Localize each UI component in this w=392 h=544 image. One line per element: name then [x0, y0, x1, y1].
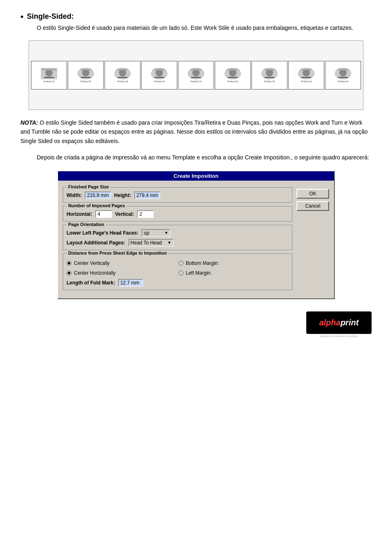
card-text: Hunting Cat [301, 80, 312, 83]
card-icon [225, 68, 241, 79]
logo-print-text: print [341, 318, 359, 327]
dialog-right-panel: OK Cancel [296, 187, 329, 293]
svg-rect-30 [301, 77, 311, 78]
label-card: Hunting Cat [178, 61, 214, 90]
bottom-margin-label: Bottom Margin: [186, 260, 219, 266]
radios-grid: Center Vertically Bottom Margin: Center … [67, 258, 289, 276]
card-text: Hunting Cat [154, 80, 165, 83]
center-vertically-label: Center Vertically [74, 260, 109, 266]
svg-rect-27 [262, 69, 277, 70]
center-horizontally-radio[interactable] [67, 271, 71, 275]
svg-rect-31 [299, 69, 314, 70]
left-margin-label: Left Margin: [186, 270, 212, 276]
intro-text: O estilo Single-Sided é usado para mater… [37, 24, 372, 32]
fold-mark-input[interactable]: 12.7 mm [118, 279, 143, 287]
logo-subtitle: sempre as melhores soluções [320, 335, 358, 338]
dialog-left-panel: Finished Page Size Width: 215.9 mm Heigh… [63, 187, 292, 293]
card-text: Hunting Cat [80, 80, 91, 83]
layout-additional-label: Layout Additional Pages: [67, 240, 125, 246]
vertical-label: Vertical: [115, 211, 134, 217]
svg-rect-18 [191, 77, 201, 78]
create-imposition-dialog: Create Imposition Finished Page Size Wid… [57, 170, 335, 299]
layout-additional-value: Head To Head [131, 240, 162, 246]
center-vertically-radio[interactable] [67, 261, 71, 266]
card-icon [261, 68, 278, 79]
card-text: Hunting Cat [264, 80, 275, 83]
card-icon [188, 68, 204, 79]
width-input[interactable]: 215.9 mm [85, 192, 111, 199]
width-label: Width: [67, 193, 82, 198]
left-margin-radio[interactable] [178, 271, 183, 275]
svg-rect-23 [225, 69, 240, 70]
page-size-row: Width: 215.9 mm Height: 279.4 mm [67, 192, 289, 199]
card-icon [335, 68, 351, 79]
card-text: Hunting Cat [191, 80, 201, 83]
label-card: Hunting Cat [105, 61, 140, 90]
svg-rect-3 [42, 69, 56, 70]
label-card: Hunting Cat [215, 61, 251, 90]
horizontal-input[interactable]: 4 [96, 210, 112, 218]
lower-left-dropdown[interactable]: up ▼ [142, 229, 170, 237]
num-imposed-row: Horizontal: 4 Vertical: 2 [67, 210, 289, 218]
dropdown-arrow2-icon: ▼ [167, 240, 172, 245]
logo-alpha-text: alpha [319, 318, 341, 327]
svg-rect-35 [336, 69, 350, 70]
center-vertically-row: Center Vertically [67, 260, 177, 266]
distance-group: Distance from Press Sheet Edge to Imposi… [63, 253, 292, 290]
card-icon [41, 68, 57, 79]
height-label: Height: [114, 193, 131, 198]
lower-left-value: up [144, 230, 149, 236]
dropdown-arrow-icon: ▼ [164, 231, 168, 235]
label-card: Hunting Cat [288, 61, 324, 90]
left-margin-row: Left Margin: [178, 270, 289, 276]
height-input[interactable]: 279.4 mm [134, 192, 160, 199]
card-icon [78, 68, 94, 79]
page-orientation-group: Page Orientation Lower Left Page's Head … [63, 225, 292, 250]
page-orientation-title: Page Orientation [67, 222, 106, 227]
finished-page-size-group: Finished Page Size Width: 215.9 mm Heigh… [63, 187, 292, 203]
layout-additional-dropdown[interactable]: Head To Head ▼ [129, 239, 174, 246]
vertical-input[interactable]: 2 [137, 210, 154, 218]
svg-rect-6 [81, 77, 91, 78]
dialog-title: Create Imposition [58, 171, 334, 181]
lower-left-row: Lower Left Page's Head Faces: up ▼ [67, 229, 289, 237]
svg-rect-2 [44, 77, 54, 78]
svg-rect-7 [78, 69, 93, 70]
label-card: Hunting Cat [31, 61, 67, 90]
center-horizontally-row: Center Horizontally [67, 270, 177, 276]
fold-mark-label: Length of Fold Mark: [67, 280, 115, 286]
nota-text: O estilo Single Sided também é usado par… [20, 119, 368, 144]
alphaprint-logo: alpha print [306, 311, 372, 334]
card-text: Hunting Cat [338, 80, 348, 83]
fold-mark-row: Length of Fold Mark: 12.7 mm [67, 279, 289, 287]
label-card: Hunting Cat [325, 61, 361, 90]
finished-page-size-title: Finished Page Size [67, 184, 111, 189]
bottom-margin-radio[interactable] [178, 261, 183, 266]
nota-section: NOTA: O estilo Single Sided também é usa… [20, 118, 372, 146]
heading-title: Single-Sided: [27, 12, 74, 21]
svg-rect-19 [189, 69, 203, 70]
dialog-body: Finished Page Size Width: 215.9 mm Heigh… [58, 185, 334, 298]
ok-button[interactable]: OK [296, 189, 329, 199]
svg-rect-14 [154, 77, 164, 78]
svg-rect-15 [152, 69, 167, 70]
nota-label: NOTA: [20, 119, 38, 126]
distance-title: Distance from Press Sheet Edge to Imposi… [67, 251, 168, 255]
label-card: Hunting Cat [68, 61, 104, 90]
layout-additional-row: Layout Additional Pages: Head To Head ▼ [67, 239, 289, 246]
logo-area: alpha print sempre as melhores soluções [20, 311, 372, 338]
section-heading: • Single-Sided: [20, 12, 372, 21]
horizontal-label: Horizontal: [67, 211, 92, 217]
bottom-margin-row: Bottom Margin: [178, 260, 289, 266]
label-card: Hunting Cat [252, 61, 287, 90]
cancel-button[interactable]: Cancel [296, 201, 329, 211]
card-text: Hunting Cat [44, 80, 54, 83]
card-icon [151, 68, 167, 79]
card-icon [298, 68, 314, 79]
svg-rect-10 [118, 77, 127, 78]
label-grid: Hunting Cat Hunting Cat Hunting Cat Hunt… [29, 59, 363, 91]
label-card: Hunting Cat [141, 61, 177, 90]
para-text: Depois de criada a página de impressão v… [37, 153, 372, 162]
center-horizontally-label: Center Horizontally [74, 270, 116, 276]
bullet-icon: • [20, 12, 24, 21]
